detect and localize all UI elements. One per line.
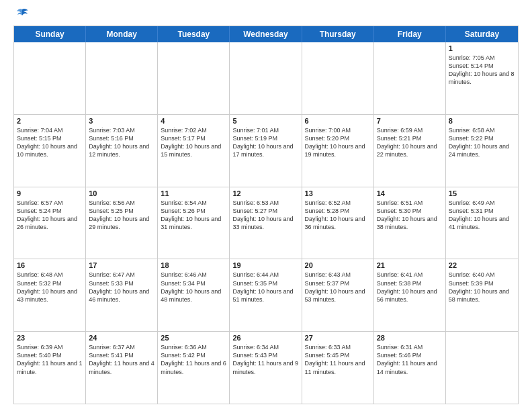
day-number: 9: [17, 189, 83, 197]
day-number: 7: [377, 117, 443, 125]
day-header-sunday: Sunday: [14, 26, 86, 42]
calendar-day-1: 1Sunrise: 7:05 AM Sunset: 5:14 PM Daylig…: [446, 42, 518, 114]
day-number: 3: [89, 117, 154, 125]
calendar-day-23: 23Sunrise: 6:39 AM Sunset: 5:40 PM Dayli…: [14, 332, 86, 404]
day-header-tuesday: Tuesday: [158, 26, 230, 42]
day-number: 11: [161, 189, 226, 197]
calendar-day-8: 8Sunrise: 6:58 AM Sunset: 5:22 PM Daylig…: [446, 115, 518, 187]
calendar-day-5: 5Sunrise: 7:01 AM Sunset: 5:19 PM Daylig…: [230, 115, 302, 187]
day-number: 21: [377, 261, 443, 269]
day-number: 19: [232, 261, 298, 269]
day-number: 10: [89, 189, 154, 197]
day-info: Sunrise: 6:52 AM Sunset: 5:28 PM Dayligh…: [305, 199, 371, 232]
calendar-day-28: 28Sunrise: 6:31 AM Sunset: 5:46 PM Dayli…: [374, 332, 446, 404]
calendar-day-24: 24Sunrise: 6:37 AM Sunset: 5:41 PM Dayli…: [86, 332, 158, 404]
day-info: Sunrise: 6:53 AM Sunset: 5:27 PM Dayligh…: [232, 199, 298, 232]
day-header-saturday: Saturday: [446, 26, 518, 42]
calendar-day-empty: [374, 42, 446, 114]
day-info: Sunrise: 6:48 AM Sunset: 5:32 PM Dayligh…: [17, 271, 83, 304]
header: [13, 11, 519, 20]
calendar-day-26: 26Sunrise: 6:34 AM Sunset: 5:43 PM Dayli…: [230, 332, 302, 404]
calendar-day-empty: [302, 42, 374, 114]
calendar-day-4: 4Sunrise: 7:02 AM Sunset: 5:17 PM Daylig…: [158, 115, 230, 187]
day-header-thursday: Thursday: [302, 26, 374, 42]
logo-bird-icon: [15, 8, 30, 20]
day-number: 23: [17, 334, 83, 342]
calendar-week-3: 9Sunrise: 6:57 AM Sunset: 5:24 PM Daylig…: [14, 187, 518, 260]
calendar-day-21: 21Sunrise: 6:41 AM Sunset: 5:38 PM Dayli…: [374, 259, 446, 331]
day-number: 22: [449, 261, 515, 269]
day-info: Sunrise: 6:51 AM Sunset: 5:30 PM Dayligh…: [377, 199, 443, 232]
day-number: 2: [17, 117, 83, 125]
day-number: 18: [161, 261, 226, 269]
day-info: Sunrise: 6:49 AM Sunset: 5:31 PM Dayligh…: [449, 199, 515, 232]
day-number: 13: [305, 189, 371, 197]
calendar-day-empty: [230, 42, 302, 114]
day-info: Sunrise: 6:59 AM Sunset: 5:21 PM Dayligh…: [377, 126, 443, 159]
day-info: Sunrise: 6:36 AM Sunset: 5:42 PM Dayligh…: [161, 343, 226, 376]
calendar-day-2: 2Sunrise: 7:04 AM Sunset: 5:15 PM Daylig…: [14, 115, 86, 187]
calendar-week-4: 16Sunrise: 6:48 AM Sunset: 5:32 PM Dayli…: [14, 259, 518, 332]
day-info: Sunrise: 6:56 AM Sunset: 5:25 PM Dayligh…: [89, 199, 154, 232]
day-number: 12: [232, 189, 298, 197]
day-info: Sunrise: 7:05 AM Sunset: 5:14 PM Dayligh…: [449, 54, 515, 87]
day-number: 24: [89, 334, 154, 342]
day-info: Sunrise: 6:44 AM Sunset: 5:35 PM Dayligh…: [232, 271, 298, 304]
day-number: 4: [161, 117, 226, 125]
calendar-week-1: 1Sunrise: 7:05 AM Sunset: 5:14 PM Daylig…: [14, 42, 518, 115]
calendar-week-5: 23Sunrise: 6:39 AM Sunset: 5:40 PM Dayli…: [14, 332, 518, 404]
calendar-day-empty: [14, 42, 86, 114]
calendar-day-7: 7Sunrise: 6:59 AM Sunset: 5:21 PM Daylig…: [374, 115, 446, 187]
day-info: Sunrise: 6:33 AM Sunset: 5:45 PM Dayligh…: [305, 343, 371, 376]
calendar-header-row: SundayMondayTuesdayWednesdayThursdayFrid…: [14, 26, 518, 42]
day-number: 5: [232, 117, 298, 125]
calendar-day-20: 20Sunrise: 6:43 AM Sunset: 5:37 PM Dayli…: [302, 259, 374, 331]
day-number: 26: [232, 334, 298, 342]
calendar-day-6: 6Sunrise: 7:00 AM Sunset: 5:20 PM Daylig…: [302, 115, 374, 187]
day-info: Sunrise: 6:31 AM Sunset: 5:46 PM Dayligh…: [377, 343, 443, 376]
day-info: Sunrise: 6:47 AM Sunset: 5:33 PM Dayligh…: [89, 271, 154, 304]
day-number: 6: [305, 117, 371, 125]
day-info: Sunrise: 6:46 AM Sunset: 5:34 PM Dayligh…: [161, 271, 226, 304]
day-info: Sunrise: 7:02 AM Sunset: 5:17 PM Dayligh…: [161, 126, 226, 159]
calendar-day-14: 14Sunrise: 6:51 AM Sunset: 5:30 PM Dayli…: [374, 187, 446, 259]
day-info: Sunrise: 6:40 AM Sunset: 5:39 PM Dayligh…: [449, 271, 515, 304]
day-number: 8: [449, 117, 515, 125]
day-number: 16: [17, 261, 83, 269]
day-info: Sunrise: 6:41 AM Sunset: 5:38 PM Dayligh…: [377, 271, 443, 304]
calendar-day-19: 19Sunrise: 6:44 AM Sunset: 5:35 PM Dayli…: [230, 259, 302, 331]
logo: [13, 11, 30, 20]
calendar-day-11: 11Sunrise: 6:54 AM Sunset: 5:26 PM Dayli…: [158, 187, 230, 259]
day-info: Sunrise: 6:57 AM Sunset: 5:24 PM Dayligh…: [17, 199, 83, 232]
day-info: Sunrise: 6:54 AM Sunset: 5:26 PM Dayligh…: [161, 199, 226, 232]
day-number: 15: [449, 189, 515, 197]
calendar: SundayMondayTuesdayWednesdayThursdayFrid…: [13, 26, 519, 404]
day-header-wednesday: Wednesday: [230, 26, 302, 42]
day-header-monday: Monday: [86, 26, 158, 42]
day-info: Sunrise: 7:03 AM Sunset: 5:16 PM Dayligh…: [89, 126, 154, 159]
day-info: Sunrise: 6:43 AM Sunset: 5:37 PM Dayligh…: [305, 271, 371, 304]
calendar-day-16: 16Sunrise: 6:48 AM Sunset: 5:32 PM Dayli…: [14, 259, 86, 331]
calendar-day-25: 25Sunrise: 6:36 AM Sunset: 5:42 PM Dayli…: [158, 332, 230, 404]
page: SundayMondayTuesdayWednesdayThursdayFrid…: [0, 0, 532, 411]
calendar-day-empty: [158, 42, 230, 114]
calendar-body: 1Sunrise: 7:05 AM Sunset: 5:14 PM Daylig…: [14, 42, 518, 404]
day-info: Sunrise: 6:37 AM Sunset: 5:41 PM Dayligh…: [89, 343, 154, 376]
calendar-day-13: 13Sunrise: 6:52 AM Sunset: 5:28 PM Dayli…: [302, 187, 374, 259]
day-number: 14: [377, 189, 443, 197]
calendar-day-3: 3Sunrise: 7:03 AM Sunset: 5:16 PM Daylig…: [86, 115, 158, 187]
calendar-day-12: 12Sunrise: 6:53 AM Sunset: 5:27 PM Dayli…: [230, 187, 302, 259]
calendar-day-empty: [86, 42, 158, 114]
day-number: 28: [377, 334, 443, 342]
calendar-day-15: 15Sunrise: 6:49 AM Sunset: 5:31 PM Dayli…: [446, 187, 518, 259]
day-info: Sunrise: 7:04 AM Sunset: 5:15 PM Dayligh…: [17, 126, 83, 159]
day-number: 25: [161, 334, 226, 342]
calendar-day-22: 22Sunrise: 6:40 AM Sunset: 5:39 PM Dayli…: [446, 259, 518, 331]
calendar-day-18: 18Sunrise: 6:46 AM Sunset: 5:34 PM Dayli…: [158, 259, 230, 331]
calendar-day-empty: [446, 332, 518, 404]
day-info: Sunrise: 6:34 AM Sunset: 5:43 PM Dayligh…: [232, 343, 298, 376]
day-number: 27: [305, 334, 371, 342]
day-number: 1: [449, 44, 515, 52]
calendar-day-10: 10Sunrise: 6:56 AM Sunset: 5:25 PM Dayli…: [86, 187, 158, 259]
calendar-day-17: 17Sunrise: 6:47 AM Sunset: 5:33 PM Dayli…: [86, 259, 158, 331]
